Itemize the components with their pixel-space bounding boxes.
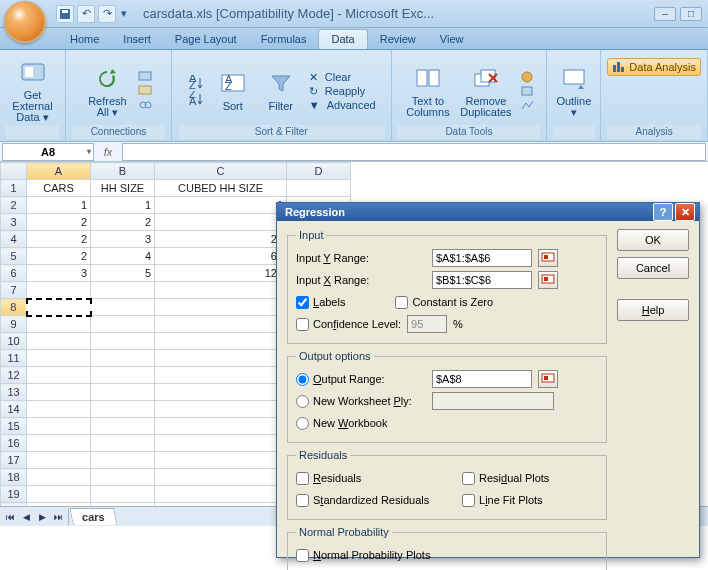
tab-home[interactable]: Home: [58, 30, 111, 49]
row-header[interactable]: 16: [1, 435, 27, 452]
cell[interactable]: [155, 384, 287, 401]
sort-az-button[interactable]: AZ: [185, 75, 207, 91]
row-header[interactable]: 6: [1, 265, 27, 282]
cell[interactable]: [155, 333, 287, 350]
cell[interactable]: [27, 333, 91, 350]
collapse-dialog-icon[interactable]: [538, 271, 558, 289]
sort-za-button[interactable]: ZA: [185, 91, 207, 107]
cell[interactable]: 2: [27, 231, 91, 248]
cell[interactable]: [155, 401, 287, 418]
name-box[interactable]: A8: [2, 143, 94, 161]
cell[interactable]: [91, 333, 155, 350]
constant-zero-checkbox[interactable]: Constant is Zero: [395, 296, 493, 309]
row-header[interactable]: 9: [1, 316, 27, 333]
what-if-button[interactable]: [518, 99, 536, 111]
output-range-radio[interactable]: Output Range:: [296, 373, 426, 386]
col-header-D[interactable]: D: [287, 163, 351, 180]
sheet-nav-last[interactable]: ⏭: [50, 509, 66, 525]
advanced-button[interactable]: ▼ Advanced: [307, 99, 378, 111]
cell[interactable]: [27, 384, 91, 401]
input-y-range-field[interactable]: [432, 249, 532, 267]
cell[interactable]: [91, 367, 155, 384]
cell[interactable]: [91, 452, 155, 469]
cell[interactable]: [155, 486, 287, 503]
undo-icon[interactable]: ↶: [77, 5, 95, 23]
cell[interactable]: HH SIZE: [91, 180, 155, 197]
cell[interactable]: [27, 469, 91, 486]
cell[interactable]: [27, 452, 91, 469]
redo-icon[interactable]: ↷: [98, 5, 116, 23]
labels-checkbox[interactable]: Labels: [296, 296, 345, 309]
cell[interactable]: [155, 435, 287, 452]
row-header[interactable]: 4: [1, 231, 27, 248]
collapse-dialog-icon[interactable]: [538, 249, 558, 267]
tab-review[interactable]: Review: [368, 30, 428, 49]
input-x-range-field[interactable]: [432, 271, 532, 289]
cell[interactable]: [155, 418, 287, 435]
cell[interactable]: [27, 418, 91, 435]
standardized-residuals-checkbox[interactable]: Standardized Residuals: [296, 494, 456, 507]
col-header-B[interactable]: B: [91, 163, 155, 180]
fx-icon[interactable]: fx: [94, 146, 122, 158]
cell[interactable]: [155, 452, 287, 469]
cancel-button[interactable]: Cancel: [617, 257, 689, 279]
connections-button[interactable]: [136, 71, 154, 83]
cell[interactable]: [27, 435, 91, 452]
output-range-field[interactable]: [432, 370, 532, 388]
cell[interactable]: 64: [155, 248, 287, 265]
cell[interactable]: [91, 401, 155, 418]
minimize-button[interactable]: –: [654, 7, 676, 21]
cell[interactable]: 125: [155, 265, 287, 282]
cell[interactable]: [155, 316, 287, 333]
cell[interactable]: [27, 350, 91, 367]
residual-plots-checkbox[interactable]: Residual Plots: [462, 472, 549, 485]
cell[interactable]: 4: [91, 248, 155, 265]
cell[interactable]: 3: [91, 231, 155, 248]
col-header-C[interactable]: C: [155, 163, 287, 180]
cell[interactable]: 27: [155, 231, 287, 248]
cell[interactable]: [27, 486, 91, 503]
save-icon[interactable]: [56, 5, 74, 23]
sheet-nav-prev[interactable]: ◀: [18, 509, 34, 525]
cell[interactable]: [287, 180, 351, 197]
cell[interactable]: 1: [27, 197, 91, 214]
cell[interactable]: 2: [27, 214, 91, 231]
clear-filter-button[interactable]: ✕ Clear: [307, 71, 378, 83]
new-worksheet-radio[interactable]: New Worksheet Ply:: [296, 395, 426, 408]
ok-button[interactable]: OK: [617, 229, 689, 251]
sheet-tab-cars[interactable]: cars: [69, 508, 117, 525]
confidence-level-checkbox[interactable]: Confidence Level:: [296, 318, 401, 331]
row-header[interactable]: 17: [1, 452, 27, 469]
row-header[interactable]: 14: [1, 401, 27, 418]
cell[interactable]: [27, 316, 91, 333]
row-header[interactable]: 19: [1, 486, 27, 503]
cell[interactable]: [91, 282, 155, 299]
row-header[interactable]: 8: [1, 299, 27, 316]
sort-button[interactable]: AZ Sort: [211, 67, 255, 114]
cell[interactable]: 1: [155, 197, 287, 214]
row-header[interactable]: 10: [1, 333, 27, 350]
get-external-data-button[interactable]: Get External Data ▾: [3, 56, 63, 125]
row-header[interactable]: 1: [1, 180, 27, 197]
row-header[interactable]: 15: [1, 418, 27, 435]
cell[interactable]: [91, 299, 155, 316]
select-all-corner[interactable]: [1, 163, 27, 180]
cell[interactable]: [155, 469, 287, 486]
residuals-checkbox[interactable]: Residuals: [296, 472, 456, 485]
data-validation-button[interactable]: [518, 71, 536, 83]
row-header[interactable]: 2: [1, 197, 27, 214]
cell[interactable]: [155, 282, 287, 299]
office-button[interactable]: [4, 1, 46, 43]
row-header[interactable]: 18: [1, 469, 27, 486]
cell[interactable]: 5: [91, 265, 155, 282]
qat-customize-icon[interactable]: ▾: [119, 5, 129, 23]
tab-view[interactable]: View: [428, 30, 476, 49]
row-header[interactable]: 5: [1, 248, 27, 265]
row-header[interactable]: 7: [1, 282, 27, 299]
tab-data[interactable]: Data: [318, 29, 367, 49]
dialog-close-icon[interactable]: ✕: [675, 203, 695, 221]
collapse-dialog-icon[interactable]: [538, 370, 558, 388]
row-header[interactable]: 12: [1, 367, 27, 384]
row-header[interactable]: 13: [1, 384, 27, 401]
linefit-plots-checkbox[interactable]: Line Fit Plots: [462, 494, 543, 507]
